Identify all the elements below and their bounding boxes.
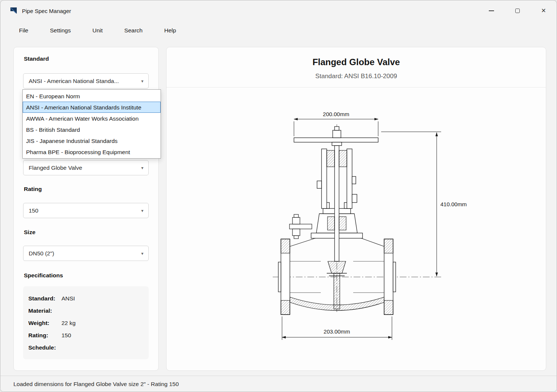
- spec-row: Standard: ANSI: [28, 292, 149, 305]
- specifications-title: Specifications: [24, 272, 63, 279]
- type-select-value: Flanged Globe Valve: [29, 165, 82, 171]
- chevron-down-icon: ▾: [141, 251, 143, 256]
- valve-title: Flanged Globe Valve: [167, 57, 546, 67]
- main-panel: Flanged Globe Valve Standard: ANSI B16.1…: [166, 47, 546, 371]
- app-window: Pipe Spec Manager ✕ File Settings Unit S…: [0, 0, 557, 392]
- rating-label: Rating: [24, 186, 42, 192]
- standard-options-list: EN - European Norm ANSI - American Natio…: [22, 89, 161, 159]
- size-select-value: DN50 (2"): [29, 250, 54, 257]
- menu-item-file[interactable]: File: [19, 27, 28, 34]
- close-button[interactable]: ✕: [531, 0, 557, 21]
- spec-value: 22 kg: [61, 320, 76, 326]
- dimension-top-width: 200.00mm: [323, 111, 349, 117]
- rating-select-value: 150: [29, 207, 38, 214]
- standard-option[interactable]: BS - British Standard: [23, 124, 161, 135]
- minimize-icon: [489, 10, 494, 11]
- dimension-bottom-width: 203.00mm: [324, 328, 350, 335]
- close-icon: ✕: [541, 8, 546, 14]
- minimize-button[interactable]: [478, 0, 504, 21]
- specifications-panel: Standard: ANSI Material: Weight: 22 kg R…: [23, 286, 149, 359]
- window-title: Pipe Spec Manager: [22, 0, 71, 21]
- spec-label: Schedule:: [28, 344, 61, 351]
- standard-option-selected[interactable]: ANSI - American National Standards Insti…: [23, 102, 161, 113]
- menu-item-help[interactable]: Help: [164, 27, 176, 34]
- chevron-down-icon: ▾: [141, 208, 143, 213]
- dimension-height: 410.00mm: [440, 201, 467, 207]
- app-icon: [9, 6, 18, 15]
- window-controls: ✕: [478, 0, 557, 21]
- spec-row: Material:: [28, 305, 149, 317]
- rating-select[interactable]: 150 ▾: [23, 203, 149, 218]
- menubar: File Settings Unit Search Help: [0, 21, 557, 40]
- spec-value: 150: [61, 332, 71, 339]
- spec-label: Material:: [28, 307, 61, 314]
- spec-label: Rating:: [28, 332, 61, 339]
- menu-item-settings[interactable]: Settings: [50, 27, 71, 34]
- spec-row: Rating: 150: [28, 329, 149, 341]
- spec-value: ANSI: [61, 295, 75, 302]
- standard-option[interactable]: JIS - Japanese Industrial Standards: [23, 135, 161, 146]
- spec-label: Weight:: [28, 320, 61, 326]
- chevron-down-icon: ▾: [141, 79, 143, 84]
- sidebar-panel: Standard ANSI - American National Standa…: [13, 47, 159, 371]
- standard-label: Standard: [24, 55, 49, 62]
- spec-row: Schedule:: [28, 341, 149, 354]
- menu-item-search[interactable]: Search: [124, 27, 143, 34]
- standard-option[interactable]: EN - European Norm: [23, 90, 161, 102]
- size-label: Size: [24, 229, 35, 236]
- size-select[interactable]: DN50 (2") ▾: [23, 246, 149, 261]
- spec-label: Standard:: [28, 295, 61, 302]
- standard-option[interactable]: AWWA - American Water Works Association: [23, 113, 161, 124]
- maximize-icon: [515, 9, 520, 13]
- titlebar[interactable]: Pipe Spec Manager ✕: [0, 0, 557, 21]
- type-select[interactable]: Flanged Globe Valve ▾: [23, 160, 149, 175]
- statusbar: Loaded dimensions for Flanged Globe Valv…: [0, 376, 557, 392]
- standard-select[interactable]: ANSI - American National Standa... ▾: [23, 73, 149, 89]
- standard-option[interactable]: Pharma BPE - Bioprocessing Equipment: [23, 146, 161, 157]
- maximize-button[interactable]: [504, 0, 531, 21]
- spec-row: Weight: 22 kg: [28, 317, 149, 329]
- chevron-down-icon: ▾: [141, 165, 143, 170]
- menu-item-unit[interactable]: Unit: [92, 27, 103, 34]
- status-text: Loaded dimensions for Flanged Globe Valv…: [13, 381, 179, 388]
- standard-select-value: ANSI - American National Standa...: [29, 78, 119, 85]
- valve-subtitle: Standard: ANSI B16.10-2009: [167, 73, 546, 80]
- valve-technical-drawing: 200.00mm 410.00mm 203.00mm: [167, 87, 547, 370]
